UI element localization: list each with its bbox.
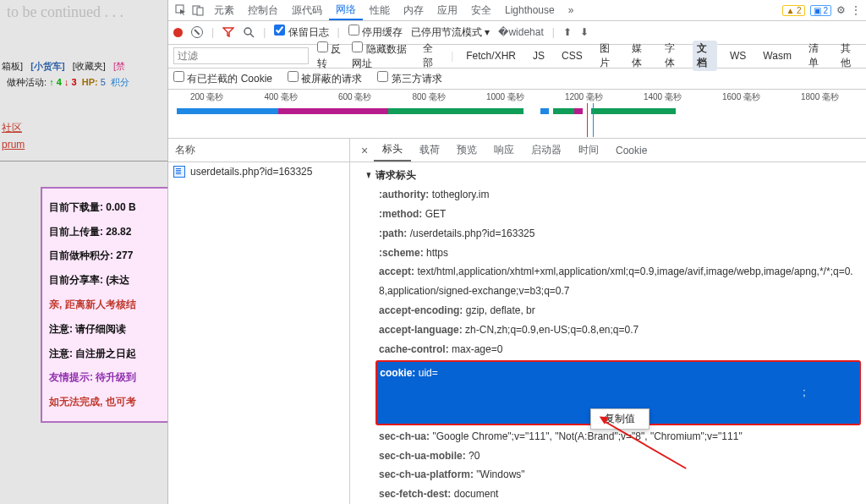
hdr-accept[interactable]: accept: text/html,application/xhtml+xml,… <box>360 262 866 301</box>
tab-memory[interactable]: 内存 <box>397 0 430 20</box>
type-js[interactable]: JS <box>529 49 549 63</box>
info-download: 目前下载量: 0.00 B <box>49 195 167 220</box>
gear-icon[interactable]: ⚙ <box>836 4 846 16</box>
name-column-header[interactable]: 名称 <box>168 139 349 162</box>
type-media[interactable]: 媒体 <box>628 41 652 71</box>
type-font[interactable]: 字体 <box>660 41 685 71</box>
forum-links: 社区 prum <box>0 119 167 154</box>
dtab-timing[interactable]: 时间 <box>570 139 607 162</box>
preserve-log-checkbox[interactable]: 保留日志 <box>274 25 328 40</box>
info-notice1: 注意: 请仔细阅读 <box>49 317 167 342</box>
timeline-bars <box>177 108 858 123</box>
warnings-badge[interactable]: ▲ 2 <box>782 5 804 16</box>
upload-icon[interactable]: ⬆ <box>563 26 572 38</box>
tick: 400 毫秒 <box>264 91 297 103</box>
type-wasm[interactable]: Wasm <box>759 49 796 63</box>
inspect-icon[interactable] <box>173 3 189 18</box>
divider <box>0 161 167 162</box>
hdr-sec-fetch-dest[interactable]: sec-fetch-dest: document <box>360 485 866 504</box>
dtab-preview[interactable]: 预览 <box>448 139 485 162</box>
tab-console[interactable]: 控制台 <box>241 0 285 20</box>
dtab-cookies[interactable]: Cookie <box>607 139 655 162</box>
tab-network[interactable]: 网络 <box>329 0 363 20</box>
filter-bar: 反转 隐藏数据网址 全部 | Fetch/XHR JS CSS 图片 媒体 字体… <box>168 45 866 68</box>
hdr-sec-ch-ua[interactable]: sec-ch-ua: "Google Chrome";v="111", "Not… <box>360 427 866 446</box>
record-button[interactable] <box>173 28 183 37</box>
devtools-panel: 元素 控制台 源代码 网络 性能 内存 应用 安全 Lighthouse » ▲… <box>167 0 866 504</box>
clear-button[interactable] <box>191 26 203 38</box>
info-notice2: 注意: 自注册之日起 <box>49 342 167 366</box>
headers-panel: ▼请求标头 :authority: totheglory.im :method:… <box>350 162 866 504</box>
hdr-sec-ch-ua-mobile[interactable]: sec-ch-ua-mobile: ?0 <box>360 446 866 466</box>
hdr-accept-encoding[interactable]: accept-encoding: gzip, deflate, br <box>360 301 866 320</box>
hdr-sec-ch-ua-platform[interactable]: sec-ch-ua-platform: "Windows" <box>360 465 866 485</box>
request-row[interactable]: userdetails.php?id=163325 <box>168 162 349 181</box>
blocked-requests-checkbox[interactable]: 被屏蔽的请求 <box>288 71 362 86</box>
nav-forbid[interactable]: [禁 <box>113 61 125 71</box>
type-css[interactable]: CSS <box>557 49 587 63</box>
nav-cart[interactable]: [小货车] <box>30 61 64 71</box>
device-icon[interactable] <box>190 3 206 18</box>
hdr-authority[interactable]: :authority: totheglory.im <box>360 185 866 205</box>
request-headers-section[interactable]: ▼请求标头 <box>360 166 866 185</box>
hdr-accept-language[interactable]: accept-language: zh-CN,zh;q=0.9,en-US;q=… <box>360 320 866 340</box>
hp-value: 5 <box>101 77 106 87</box>
info-ratio: 目前分享率: (未达 <box>49 268 167 293</box>
filter-input[interactable] <box>173 47 309 64</box>
download-icon[interactable]: ⬇ <box>580 26 589 38</box>
tab-performance[interactable]: 性能 <box>363 0 397 20</box>
tab-more[interactable]: » <box>562 0 581 20</box>
tick: 200 毫秒 <box>190 91 223 103</box>
nav-board[interactable]: 箱板] <box>2 61 23 71</box>
invert-checkbox[interactable]: 反转 <box>317 41 343 71</box>
type-doc[interactable]: 文档 <box>693 41 717 71</box>
tick: 1200 毫秒 <box>565 91 603 103</box>
hdr-path[interactable]: :path: /userdetails.php?id=163325 <box>360 224 866 244</box>
hdr-cache-control[interactable]: cache-control: max-age=0 <box>360 340 866 359</box>
dtab-payload: 载荷 <box>411 139 448 162</box>
type-ws[interactable]: WS <box>726 49 750 63</box>
dtab-headers[interactable]: 标头 <box>374 139 411 162</box>
tab-lighthouse[interactable]: Lighthouse <box>498 0 562 20</box>
type-fetch[interactable]: Fetch/XHR <box>462 49 520 63</box>
third-party-checkbox[interactable]: 第三方请求 <box>377 71 441 86</box>
tab-application[interactable]: 应用 <box>430 0 464 20</box>
score-label: 积分 <box>111 77 129 87</box>
issues-badge[interactable]: ▣ 2 <box>810 5 831 16</box>
link-forum[interactable]: prum <box>2 139 25 151</box>
kebab-icon[interactable]: ⋮ <box>851 4 861 16</box>
tab-security[interactable]: 安全 <box>464 0 498 20</box>
type-all[interactable]: 全部 <box>419 41 443 71</box>
wifi-icon[interactable]: �widehat <box>498 26 543 38</box>
timeline-overview[interactable]: 200 毫秒 400 毫秒 600 毫秒 800 毫秒 1000 毫秒 1200… <box>168 90 866 139</box>
svg-line-4 <box>250 34 254 37</box>
down-count: 3 <box>71 77 76 87</box>
type-other[interactable]: 其他 <box>836 41 861 71</box>
dtab-initiator[interactable]: 启动器 <box>523 139 570 162</box>
document-icon <box>173 166 185 178</box>
info-assessment: 亲, 距离新人考核结 <box>49 293 167 317</box>
link-community[interactable]: 社区 <box>2 122 22 134</box>
hide-data-urls-checkbox[interactable]: 隐藏数据网址 <box>352 41 409 71</box>
tick: 1600 毫秒 <box>722 91 760 103</box>
request-details: × 标头 载荷 预览 响应 启动器 时间 Cookie ▼请求标头 :autho… <box>350 139 866 504</box>
throttle-dropdown[interactable]: 已停用节流模式 ▾ <box>411 25 490 40</box>
disable-cache-checkbox[interactable]: 停用缓存 <box>348 25 403 40</box>
type-img[interactable]: 图片 <box>595 41 620 71</box>
nav-fav[interactable]: [收藏夹] <box>73 61 106 71</box>
dtab-response[interactable]: 响应 <box>485 139 523 162</box>
tab-elements[interactable]: 元素 <box>207 0 241 20</box>
tab-sources[interactable]: 源代码 <box>285 0 329 20</box>
type-manifest[interactable]: 清单 <box>804 41 829 71</box>
svg-point-3 <box>244 28 251 35</box>
down-icon: ↓ <box>64 77 69 87</box>
request-list: 名称 userdetails.php?id=163325 <box>168 139 350 504</box>
hdr-scheme[interactable]: :scheme: https <box>360 244 866 263</box>
tick: 1000 毫秒 <box>486 91 524 103</box>
seed-label: 做种活动: <box>7 77 47 87</box>
blocked-cookies-checkbox[interactable]: 有已拦截的 Cookie <box>173 71 272 86</box>
filter-icon[interactable] <box>222 27 234 37</box>
search-icon[interactable] <box>243 26 255 38</box>
hdr-method[interactable]: :method: GET <box>360 205 866 224</box>
close-details-button[interactable]: × <box>355 144 374 157</box>
